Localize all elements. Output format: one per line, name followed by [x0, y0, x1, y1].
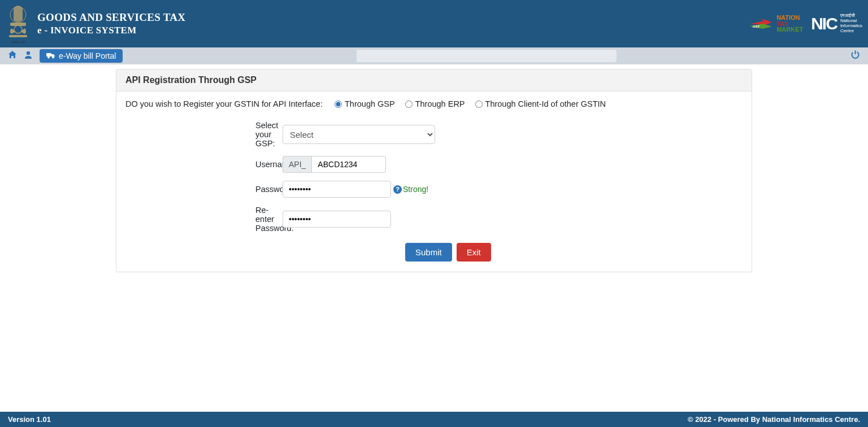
- nic-logo: NIC एनआईसी National Informatics Centre: [811, 14, 862, 33]
- registration-card: API Registration Through GSP DO you wish…: [116, 69, 752, 272]
- password-input[interactable]: [283, 181, 391, 198]
- button-row: Submit Exit: [125, 243, 743, 262]
- password-label: Password:: [125, 185, 283, 194]
- select-gsp-label: Select your GSP:: [125, 121, 283, 148]
- submit-button[interactable]: Submit: [405, 243, 452, 262]
- username-label: Username:: [125, 160, 283, 169]
- sub-navbar: e-Way bill Portal: [0, 47, 868, 64]
- svg-rect-7: [46, 53, 51, 56]
- svg-point-9: [52, 56, 54, 58]
- help-icon[interactable]: ?: [393, 185, 402, 194]
- emblem-of-india-icon: सत्यमेव जयते: [5, 3, 32, 44]
- strength-text: Strong!: [403, 185, 428, 194]
- nation-tax-market-logo: GST NATION TAX MARKET: [749, 15, 803, 32]
- select-gsp-row: Select your GSP: Select: [125, 121, 743, 148]
- radio-through-erp[interactable]: Through ERP: [405, 99, 465, 108]
- radio-through-gsp[interactable]: Through GSP: [335, 99, 395, 108]
- nic-subtext: एनआईसी National Informatics Centre: [840, 14, 862, 33]
- truck-icon: [46, 51, 55, 60]
- exit-button[interactable]: Exit: [457, 243, 491, 262]
- power-icon[interactable]: [850, 50, 860, 62]
- reenter-password-input[interactable]: [283, 211, 391, 228]
- header-right: GST NATION TAX MARKET NIC एनआईसी Nationa…: [749, 14, 862, 33]
- select-gsp-dropdown[interactable]: Select: [283, 125, 435, 144]
- header-title: GOODS AND SERVICES TAX e - INVOICE SYSTE…: [37, 11, 185, 37]
- eway-label: e-Way bill Portal: [59, 51, 116, 60]
- title-line1: GOODS AND SERVICES TAX: [37, 11, 185, 25]
- radio-erp-input[interactable]: [405, 101, 413, 108]
- reenter-password-row: Re-enter Password:: [125, 206, 743, 233]
- question-label: DO you wish to Register your GSTIN for A…: [125, 99, 335, 108]
- user-icon[interactable]: [24, 50, 33, 62]
- eway-bill-portal-button[interactable]: e-Way bill Portal: [40, 49, 123, 63]
- title-line2: e - INVOICE SYSTEM: [37, 24, 185, 37]
- header-left: सत्यमेव जयते GOODS AND SERVICES TAX e - …: [5, 3, 185, 44]
- radio-group: Through GSP Through ERP Through Client-I…: [335, 99, 606, 108]
- home-icon[interactable]: [8, 50, 17, 62]
- svg-point-6: [27, 51, 30, 55]
- svg-rect-3: [9, 35, 27, 37]
- password-row: Password: ? Strong!: [125, 181, 743, 198]
- gst-arrow-icon: GST: [749, 15, 772, 32]
- subbar-left: e-Way bill Portal: [8, 49, 123, 63]
- masked-user-info: [357, 50, 617, 62]
- main-container: API Registration Through GSP DO you wish…: [116, 69, 752, 272]
- card-title: API Registration Through GSP: [116, 69, 752, 91]
- radio-through-client-id[interactable]: Through Client-Id of other GSTIN: [475, 99, 606, 108]
- username-prefix: API_: [283, 156, 311, 173]
- nic-text: NIC: [811, 14, 837, 33]
- password-strength: ? Strong!: [393, 185, 428, 194]
- username-input-group: API_: [283, 156, 388, 173]
- svg-point-8: [47, 56, 49, 58]
- reenter-label: Re-enter Password:: [125, 206, 283, 233]
- card-body: DO you wish to Register your GSTIN for A…: [116, 91, 752, 272]
- username-input[interactable]: [311, 156, 386, 173]
- radio-gsp-input[interactable]: [335, 101, 342, 108]
- header-bar: सत्यमेव जयते GOODS AND SERVICES TAX e - …: [0, 0, 868, 47]
- svg-text:सत्यमेव जयते: सत्यमेव जयते: [11, 40, 25, 43]
- ntm-text: NATION TAX MARKET: [776, 15, 803, 32]
- radio-client-input[interactable]: [475, 101, 483, 108]
- svg-point-2: [14, 25, 22, 33]
- question-row: DO you wish to Register your GSTIN for A…: [125, 99, 743, 108]
- username-row: Username: API_: [125, 156, 743, 173]
- svg-text:GST: GST: [753, 25, 760, 28]
